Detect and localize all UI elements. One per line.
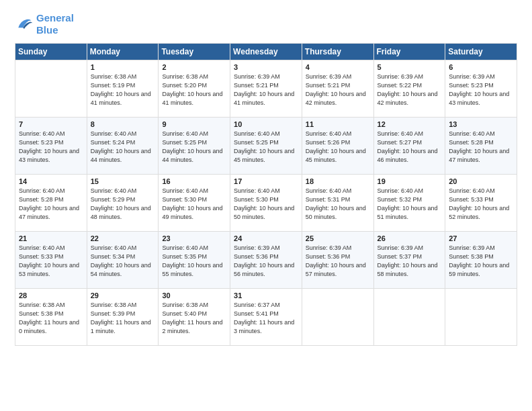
day-number: 4 <box>306 63 370 71</box>
day-cell: 18Sunrise: 6:40 AM Sunset: 5:31 PM Dayli… <box>302 175 373 232</box>
day-number: 5 <box>378 63 442 71</box>
day-number: 18 <box>306 177 370 185</box>
header-cell-tuesday: Tuesday <box>159 44 230 60</box>
day-cell: 19Sunrise: 6:40 AM Sunset: 5:32 PM Dayli… <box>373 175 445 232</box>
day-cell <box>373 289 445 346</box>
header-cell-sunday: Sunday <box>15 44 87 60</box>
logo-text: General Blue <box>36 12 74 36</box>
day-info: Sunrise: 6:40 AM Sunset: 5:29 PM Dayligh… <box>91 187 155 222</box>
week-row-3: 14Sunrise: 6:40 AM Sunset: 5:28 PM Dayli… <box>15 175 517 232</box>
day-cell: 1Sunrise: 6:38 AM Sunset: 5:19 PM Daylig… <box>87 60 159 118</box>
day-info: Sunrise: 6:39 AM Sunset: 5:21 PM Dayligh… <box>306 73 370 107</box>
day-info: Sunrise: 6:38 AM Sunset: 5:38 PM Dayligh… <box>19 301 83 336</box>
day-number: 29 <box>91 291 155 300</box>
day-number: 26 <box>378 234 442 242</box>
day-number: 11 <box>306 120 370 128</box>
day-cell <box>15 60 87 118</box>
day-number: 20 <box>449 177 513 185</box>
day-info: Sunrise: 6:39 AM Sunset: 5:23 PM Dayligh… <box>449 73 513 107</box>
day-cell: 29Sunrise: 6:38 AM Sunset: 5:39 PM Dayli… <box>87 289 159 346</box>
logo: General Blue <box>15 12 74 36</box>
day-cell: 28Sunrise: 6:38 AM Sunset: 5:38 PM Dayli… <box>15 289 87 346</box>
day-cell: 20Sunrise: 6:40 AM Sunset: 5:33 PM Dayli… <box>445 175 517 232</box>
week-row-2: 7Sunrise: 6:40 AM Sunset: 5:23 PM Daylig… <box>15 118 517 175</box>
day-info: Sunrise: 6:40 AM Sunset: 5:35 PM Dayligh… <box>162 244 226 279</box>
day-number: 28 <box>19 291 83 300</box>
day-info: Sunrise: 6:38 AM Sunset: 5:20 PM Dayligh… <box>162 73 226 107</box>
day-number: 1 <box>91 63 155 71</box>
day-info: Sunrise: 6:40 AM Sunset: 5:33 PM Dayligh… <box>19 244 83 279</box>
day-cell <box>302 289 373 346</box>
day-cell: 4Sunrise: 6:39 AM Sunset: 5:21 PM Daylig… <box>302 60 373 118</box>
day-number: 13 <box>449 120 513 128</box>
day-cell: 30Sunrise: 6:38 AM Sunset: 5:40 PM Dayli… <box>159 289 230 346</box>
week-row-4: 21Sunrise: 6:40 AM Sunset: 5:33 PM Dayli… <box>15 232 517 289</box>
day-cell: 27Sunrise: 6:39 AM Sunset: 5:38 PM Dayli… <box>445 232 517 289</box>
day-number: 10 <box>234 120 298 128</box>
day-cell: 12Sunrise: 6:40 AM Sunset: 5:27 PM Dayli… <box>373 118 445 175</box>
day-number: 9 <box>162 120 226 128</box>
day-cell: 23Sunrise: 6:40 AM Sunset: 5:35 PM Dayli… <box>159 232 230 289</box>
day-cell: 26Sunrise: 6:39 AM Sunset: 5:37 PM Dayli… <box>373 232 445 289</box>
day-info: Sunrise: 6:39 AM Sunset: 5:36 PM Dayligh… <box>234 244 298 279</box>
day-cell: 6Sunrise: 6:39 AM Sunset: 5:23 PM Daylig… <box>445 60 517 118</box>
logo-icon <box>15 15 34 34</box>
day-number: 22 <box>91 234 155 242</box>
day-cell: 15Sunrise: 6:40 AM Sunset: 5:29 PM Dayli… <box>87 175 159 232</box>
day-info: Sunrise: 6:40 AM Sunset: 5:25 PM Dayligh… <box>162 130 226 165</box>
day-info: Sunrise: 6:40 AM Sunset: 5:30 PM Dayligh… <box>162 187 226 222</box>
day-number: 12 <box>378 120 442 128</box>
day-cell: 8Sunrise: 6:40 AM Sunset: 5:24 PM Daylig… <box>87 118 159 175</box>
day-info: Sunrise: 6:40 AM Sunset: 5:28 PM Dayligh… <box>449 130 513 165</box>
header-row: SundayMondayTuesdayWednesdayThursdayFrid… <box>15 44 517 60</box>
day-number: 21 <box>19 234 83 242</box>
day-info: Sunrise: 6:40 AM Sunset: 5:34 PM Dayligh… <box>91 244 155 279</box>
day-number: 25 <box>306 234 370 242</box>
day-info: Sunrise: 6:38 AM Sunset: 5:39 PM Dayligh… <box>91 301 155 336</box>
day-number: 15 <box>91 177 155 185</box>
day-number: 14 <box>19 177 83 185</box>
header-cell-thursday: Thursday <box>302 44 373 60</box>
day-number: 24 <box>234 234 298 242</box>
day-cell: 25Sunrise: 6:39 AM Sunset: 5:36 PM Dayli… <box>302 232 373 289</box>
day-cell: 31Sunrise: 6:37 AM Sunset: 5:41 PM Dayli… <box>230 289 302 346</box>
day-number: 31 <box>234 291 298 300</box>
day-info: Sunrise: 6:40 AM Sunset: 5:28 PM Dayligh… <box>19 187 83 222</box>
day-number: 30 <box>162 291 226 300</box>
header: General Blue <box>15 12 517 36</box>
header-cell-friday: Friday <box>373 44 445 60</box>
day-cell: 24Sunrise: 6:39 AM Sunset: 5:36 PM Dayli… <box>230 232 302 289</box>
day-info: Sunrise: 6:40 AM Sunset: 5:26 PM Dayligh… <box>306 130 370 165</box>
day-info: Sunrise: 6:39 AM Sunset: 5:22 PM Dayligh… <box>378 73 442 107</box>
day-info: Sunrise: 6:40 AM Sunset: 5:32 PM Dayligh… <box>378 187 442 222</box>
day-info: Sunrise: 6:38 AM Sunset: 5:19 PM Dayligh… <box>91 73 155 107</box>
day-info: Sunrise: 6:40 AM Sunset: 5:24 PM Dayligh… <box>91 130 155 165</box>
day-number: 8 <box>91 120 155 128</box>
day-number: 2 <box>162 63 226 71</box>
day-cell: 3Sunrise: 6:39 AM Sunset: 5:21 PM Daylig… <box>230 60 302 118</box>
day-info: Sunrise: 6:40 AM Sunset: 5:25 PM Dayligh… <box>234 130 298 165</box>
header-cell-wednesday: Wednesday <box>230 44 302 60</box>
day-cell: 16Sunrise: 6:40 AM Sunset: 5:30 PM Dayli… <box>159 175 230 232</box>
day-cell: 17Sunrise: 6:40 AM Sunset: 5:30 PM Dayli… <box>230 175 302 232</box>
day-cell: 5Sunrise: 6:39 AM Sunset: 5:22 PM Daylig… <box>373 60 445 118</box>
day-number: 7 <box>19 120 83 128</box>
day-cell: 7Sunrise: 6:40 AM Sunset: 5:23 PM Daylig… <box>15 118 87 175</box>
week-row-5: 28Sunrise: 6:38 AM Sunset: 5:38 PM Dayli… <box>15 289 517 346</box>
day-info: Sunrise: 6:39 AM Sunset: 5:37 PM Dayligh… <box>378 244 442 279</box>
header-cell-saturday: Saturday <box>445 44 517 60</box>
day-cell <box>445 289 517 346</box>
day-info: Sunrise: 6:39 AM Sunset: 5:38 PM Dayligh… <box>449 244 513 279</box>
day-number: 3 <box>234 63 298 71</box>
day-number: 6 <box>449 63 513 71</box>
day-info: Sunrise: 6:40 AM Sunset: 5:31 PM Dayligh… <box>306 187 370 222</box>
day-info: Sunrise: 6:38 AM Sunset: 5:40 PM Dayligh… <box>162 301 226 336</box>
day-cell: 9Sunrise: 6:40 AM Sunset: 5:25 PM Daylig… <box>159 118 230 175</box>
calendar-table: SundayMondayTuesdayWednesdayThursdayFrid… <box>15 43 517 346</box>
day-cell: 2Sunrise: 6:38 AM Sunset: 5:20 PM Daylig… <box>159 60 230 118</box>
header-cell-monday: Monday <box>87 44 159 60</box>
day-info: Sunrise: 6:40 AM Sunset: 5:23 PM Dayligh… <box>19 130 83 165</box>
day-cell: 10Sunrise: 6:40 AM Sunset: 5:25 PM Dayli… <box>230 118 302 175</box>
week-row-1: 1Sunrise: 6:38 AM Sunset: 5:19 PM Daylig… <box>15 60 517 118</box>
page-container: General Blue SundayMondayTuesdayWednesda… <box>0 0 532 354</box>
